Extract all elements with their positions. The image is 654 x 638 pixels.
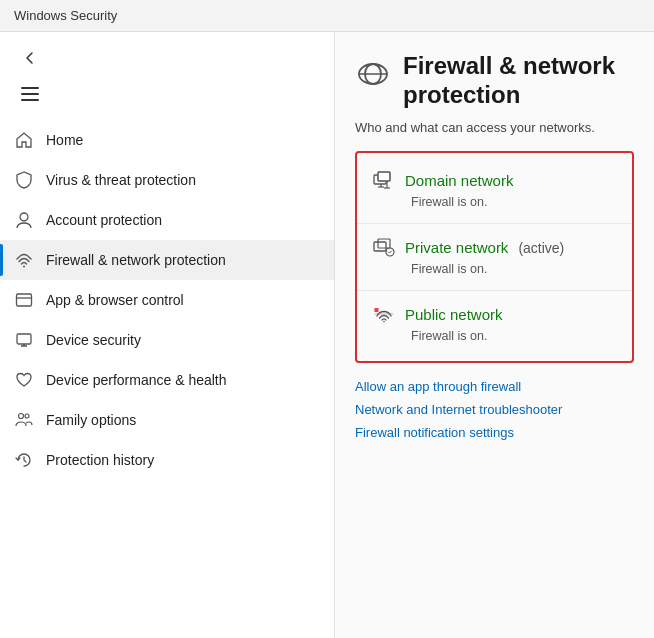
device-icon (14, 330, 34, 350)
svg-point-10 (19, 414, 24, 419)
public-network-card[interactable]: Public network Firewall is on. (357, 293, 632, 355)
domain-network-title: Domain network (405, 172, 513, 189)
wifi-icon (14, 250, 34, 270)
title-bar: Windows Security (0, 0, 654, 32)
public-network-icon (373, 305, 395, 325)
svg-rect-5 (17, 294, 32, 306)
history-icon (14, 450, 34, 470)
app-container: Home Virus & threat protection (0, 32, 654, 638)
private-network-status: Firewall is on. (373, 262, 616, 276)
private-network-active-label: (active) (518, 240, 564, 256)
heart-icon (14, 370, 34, 390)
domain-network-icon (373, 171, 395, 191)
domain-network-header: Domain network (373, 171, 616, 191)
sidebar-item-virus[interactable]: Virus & threat protection (0, 160, 334, 200)
sidebar-item-account[interactable]: Account protection (0, 200, 334, 240)
home-icon (14, 130, 34, 150)
allow-app-link[interactable]: Allow an app through firewall (355, 379, 634, 394)
browser-icon (14, 290, 34, 310)
person-icon (14, 210, 34, 230)
sidebar-item-history[interactable]: Protection history (0, 440, 334, 480)
sidebar-item-appbrowser[interactable]: App & browser control (0, 280, 334, 320)
network-cards-container: Domain network Firewall is on. (355, 151, 634, 363)
sidebar-item-devicehealth-label: Device performance & health (46, 372, 227, 388)
domain-network-card[interactable]: Domain network Firewall is on. (357, 159, 632, 221)
sidebar-item-family-label: Family options (46, 412, 136, 428)
svg-point-11 (25, 414, 29, 418)
svg-rect-7 (17, 334, 31, 344)
sidebar-item-history-label: Protection history (46, 452, 154, 468)
app-title: Windows Security (14, 8, 117, 23)
sidebar-item-appbrowser-label: App & browser control (46, 292, 184, 308)
sidebar-item-devicesecurity[interactable]: Device security (0, 320, 334, 360)
sidebar-item-home-label: Home (46, 132, 83, 148)
page-subtitle: Who and what can access your networks. (355, 120, 634, 135)
sidebar-item-family[interactable]: Family options (0, 400, 334, 440)
svg-point-3 (20, 213, 28, 221)
divider-2 (357, 290, 632, 291)
divider-1 (357, 223, 632, 224)
page-title: Firewall & network protection (403, 52, 634, 110)
hamburger-menu-icon[interactable] (14, 78, 46, 110)
nav-list: Home Virus & threat protection (0, 120, 334, 638)
svg-rect-23 (378, 239, 390, 248)
sidebar: Home Virus & threat protection (0, 32, 335, 638)
links-section: Allow an app through firewall Network an… (355, 379, 634, 440)
troubleshooter-link[interactable]: Network and Internet troubleshooter (355, 402, 634, 417)
page-header: Firewall & network protection (355, 52, 634, 110)
private-network-icon (373, 238, 395, 258)
svg-rect-2 (21, 99, 39, 101)
sidebar-item-firewall[interactable]: Firewall & network protection (0, 240, 334, 280)
notifications-link[interactable]: Firewall notification settings (355, 425, 634, 440)
back-button[interactable] (14, 42, 46, 74)
public-network-title: Public network (405, 306, 503, 323)
sidebar-top (0, 32, 334, 120)
svg-point-4 (23, 266, 25, 268)
private-network-card[interactable]: Private network (active) Firewall is on. (357, 226, 632, 288)
svg-rect-0 (21, 87, 39, 89)
sidebar-item-firewall-label: Firewall & network protection (46, 252, 226, 268)
svg-rect-1 (21, 93, 39, 95)
shield-icon (14, 170, 34, 190)
sidebar-item-virus-label: Virus & threat protection (46, 172, 196, 188)
main-content: Firewall & network protection Who and wh… (335, 32, 654, 638)
page-title-group: Firewall & network protection (403, 52, 634, 110)
private-network-title: Private network (405, 239, 508, 256)
sidebar-item-home[interactable]: Home (0, 120, 334, 160)
public-network-status: Firewall is on. (373, 329, 616, 343)
domain-network-status: Firewall is on. (373, 195, 616, 209)
svg-point-26 (383, 320, 385, 322)
svg-rect-16 (378, 172, 390, 181)
svg-rect-22 (374, 242, 386, 251)
sidebar-item-account-label: Account protection (46, 212, 162, 228)
public-network-header: Public network (373, 305, 616, 325)
sidebar-item-devicehealth[interactable]: Device performance & health (0, 360, 334, 400)
sidebar-item-devicesecurity-label: Device security (46, 332, 141, 348)
firewall-header-icon (355, 56, 391, 92)
family-icon (14, 410, 34, 430)
private-network-header: Private network (active) (373, 238, 616, 258)
